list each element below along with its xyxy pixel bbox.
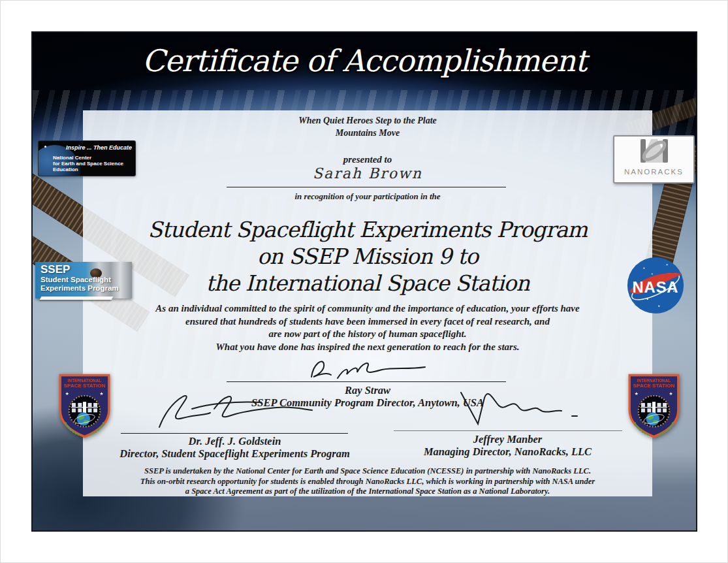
star-icon: ★ <box>65 391 69 396</box>
left-signer-title: Director, Student Spaceflight Experiment… <box>89 447 380 460</box>
right-signer-title: Managing Director, NanoRacks, LLC <box>362 445 653 458</box>
quote: When Quiet Heroes Step to the Plate Moun… <box>83 114 652 139</box>
presented-to-label: presented to <box>83 154 652 165</box>
iss-patch-left: INTERNATIONAL SPACE STATION ★ ★ <box>57 374 112 439</box>
certificate-page: Certificate of Accomplishment When Quiet… <box>0 0 728 563</box>
star-icon: ★ <box>635 391 639 396</box>
body-line-2: ensured that hundreds of students have b… <box>83 315 652 329</box>
ssep-acronym: SSEP <box>40 264 119 276</box>
recipient-name: Sarah Brown <box>83 165 652 182</box>
body-line-1: As an individual committed to the spirit… <box>83 302 652 315</box>
right-signature-block: Jeffrey Manber Managing Director, NanoRa… <box>362 385 653 460</box>
ncesse-star-dot <box>44 146 46 148</box>
nasa-logo: NASA <box>627 257 684 314</box>
body-line-4: What you have done has inspired the next… <box>83 341 652 354</box>
left-signer-name: Dr. Jeff. J. Goldstein <box>89 435 380 448</box>
nanoracks-n-icon <box>631 137 677 165</box>
nanoracks-logo: NANORACKS <box>613 135 695 184</box>
iss-patch-arc-line-1: INTERNATIONAL <box>637 378 671 383</box>
right-signature-line <box>394 430 622 431</box>
quote-line-1: When Quiet Heroes Step to the Plate <box>83 114 652 127</box>
program-line-1: Student Spaceflight Experiments Program <box>83 216 652 243</box>
program-title: Student Spaceflight Experiments Program … <box>83 216 652 297</box>
iss-patch-right: INTERNATIONAL SPACE STATION ★ ★ <box>626 374 682 439</box>
goldstein-signature-image <box>137 388 333 431</box>
left-signature-line <box>121 433 348 434</box>
ncesse-name-line-2: for Earth and Space Science Education <box>53 161 135 172</box>
body-paragraph: As an individual committed to the spirit… <box>83 302 652 353</box>
iss-station-icon <box>641 402 667 413</box>
iss-patch-arc-line-1: INTERNATIONAL <box>68 378 101 383</box>
ssep-logo-accent-strip <box>40 297 114 300</box>
ncesse-tagline: Inspire ... Then Educate <box>66 144 132 151</box>
ncesse-name-line-1: National Center <box>53 155 135 161</box>
footer-line-2: This on-orbit research opportunity for s… <box>83 477 652 487</box>
footer-attribution: SSEP is undertaken by the National Cente… <box>83 466 652 497</box>
footer-line-3: a Space Act Agreement as part of the uti… <box>83 487 652 497</box>
program-line-3: the International Space Station <box>83 270 652 297</box>
nanoracks-wordmark: NANORACKS <box>614 168 693 176</box>
certificate-title: Certificate of Accomplishment <box>33 43 696 78</box>
certificate-paper: When Quiet Heroes Step to the Plate Moun… <box>83 110 652 496</box>
ssep-name-line-2: Experiments Program <box>40 284 119 293</box>
iss-earth-background-photo: Certificate of Accomplishment When Quiet… <box>31 31 697 532</box>
ray-straw-signature-image <box>296 355 437 382</box>
star-icon: ★ <box>669 391 673 396</box>
left-signature-block: Dr. Jeff. J. Goldstein Director, Student… <box>89 388 380 463</box>
star-icon: ★ <box>99 391 103 396</box>
recipient-name-line <box>227 187 506 187</box>
recognition-line: in recognition of your participation in … <box>83 191 652 202</box>
iss-station-icon <box>71 402 98 413</box>
ssep-logo: SSEP Student Spaceflight Experiments Pro… <box>35 262 132 298</box>
ncesse-logo: Inspire ... Then Educate National Center… <box>39 141 135 176</box>
manber-signature-image <box>423 385 593 428</box>
nasa-wordmark: NASA <box>633 278 679 296</box>
iss-patch-arc-line-2: SPACE STATION <box>64 383 106 389</box>
footer-line-1: SSEP is undertaken by the National Cente… <box>83 466 652 477</box>
quote-line-2: Mountains Move <box>83 127 652 139</box>
ssep-name-line-1: Student Spaceflight <box>40 276 119 284</box>
body-line-3: are now part of the history of human spa… <box>83 328 652 341</box>
right-signer-name: Jeffrey Manber <box>362 433 653 446</box>
iss-patch-arc-line-2: SPACE STATION <box>633 383 675 389</box>
program-line-2: on SSEP Mission 9 to <box>83 243 652 270</box>
